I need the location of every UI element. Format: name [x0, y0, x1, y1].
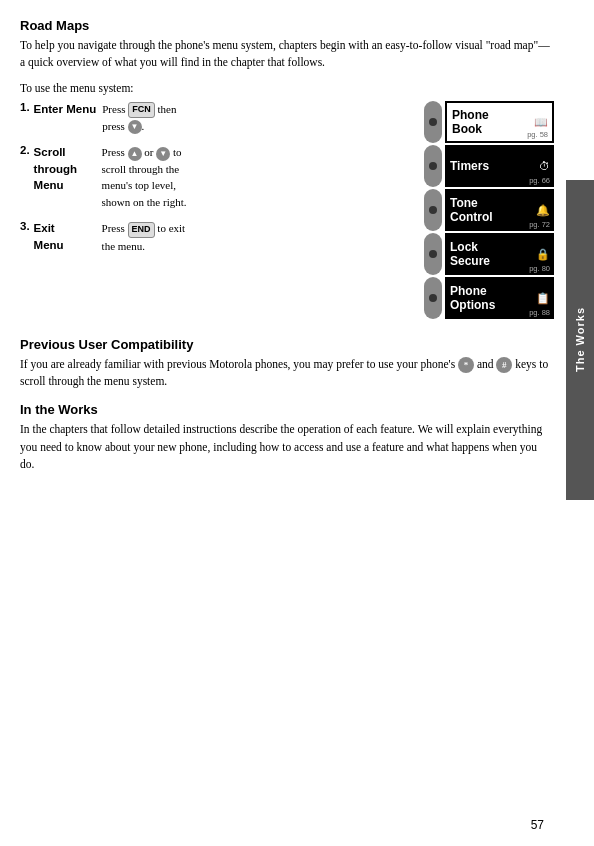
page-number: 57	[531, 818, 544, 832]
fcn-key[interactable]: FCN	[128, 102, 155, 118]
step-2: 2. ScrollthroughMenu Press ▲ or ▼ to scr…	[20, 144, 414, 210]
menu-box-timers: Timers ⏱ pg. 66	[445, 145, 554, 187]
tonecontrol-icon: 🔔	[536, 203, 550, 216]
phoneoptions-icon: 📋	[536, 291, 550, 304]
menu-bullet-5	[424, 277, 442, 319]
side-tab-label: The Works	[574, 307, 586, 372]
menu-box-phonebook: PhoneBook 📖 pg. 58	[445, 101, 554, 143]
phonebook-page: pg. 58	[527, 130, 548, 139]
step-1: 1. Enter Menu Press FCN then press ▼.	[20, 101, 414, 135]
menu-item-timers: Timers ⏱ pg. 66	[424, 145, 554, 187]
menu-intro: To use the menu system:	[20, 80, 554, 97]
phonebook-icon: 📖	[534, 115, 548, 128]
menu-box-locksecure: LockSecure 🔒 pg. 80	[445, 233, 554, 275]
down-key-1[interactable]: ▼	[128, 120, 142, 134]
page: The Works Road Maps To help you navigate…	[0, 0, 594, 846]
timers-title: Timers	[450, 159, 549, 173]
road-maps-paragraph: To help you navigate through the phone's…	[20, 37, 554, 72]
step-3-title: ExitMenu	[34, 220, 102, 254]
tonecontrol-page: pg. 72	[529, 220, 550, 229]
step-3: 3. ExitMenu Press END to exit the menu.	[20, 220, 414, 254]
menu-bullet-2	[424, 145, 442, 187]
prev-compat-section: Previous User Compatibility If you are a…	[20, 337, 554, 391]
steps-and-diagram: 1. Enter Menu Press FCN then press ▼. 2.…	[20, 101, 554, 321]
menu-bullet-3	[424, 189, 442, 231]
timers-page: pg. 66	[529, 176, 550, 185]
menu-diagram: PhoneBook 📖 pg. 58 Timers ⏱ pg. 66	[424, 101, 554, 321]
menu-bullet-1	[424, 101, 442, 143]
step-2-title: ScrollthroughMenu	[34, 144, 102, 210]
in-the-works-section: In the Works In the chapters that follow…	[20, 402, 554, 473]
menu-box-phoneoptions: PhoneOptions 📋 pg. 88	[445, 277, 554, 319]
steps-column: 1. Enter Menu Press FCN then press ▼. 2.…	[20, 101, 424, 321]
hash-key[interactable]: #	[496, 357, 512, 373]
step-1-desc: Press FCN then press ▼.	[102, 101, 414, 135]
side-tab: The Works	[566, 180, 594, 500]
step-3-number: 3.	[20, 220, 34, 254]
step-2-number: 2.	[20, 144, 34, 210]
in-the-works-title: In the Works	[20, 402, 554, 417]
menu-bullet-4	[424, 233, 442, 275]
road-maps-title: Road Maps	[20, 18, 554, 33]
step-3-desc: Press END to exit the menu.	[102, 220, 414, 254]
end-key[interactable]: END	[128, 222, 155, 238]
step-1-number: 1.	[20, 101, 34, 135]
main-content: Road Maps To help you navigate through t…	[20, 18, 554, 826]
menu-item-phonebook: PhoneBook 📖 pg. 58	[424, 101, 554, 143]
menu-item-tonecontrol: ToneControl 🔔 pg. 72	[424, 189, 554, 231]
menu-box-tonecontrol: ToneControl 🔔 pg. 72	[445, 189, 554, 231]
star-key[interactable]: *	[458, 357, 474, 373]
phoneoptions-page: pg. 88	[529, 308, 550, 317]
down-key-2[interactable]: ▼	[156, 147, 170, 161]
step-1-title: Enter Menu	[34, 101, 103, 135]
prev-compat-text: If you are already familiar with previou…	[20, 356, 554, 391]
up-key[interactable]: ▲	[128, 147, 142, 161]
prev-compat-title: Previous User Compatibility	[20, 337, 554, 352]
step-2-desc: Press ▲ or ▼ to scroll through the menu'…	[102, 144, 414, 210]
menu-item-locksecure: LockSecure 🔒 pg. 80	[424, 233, 554, 275]
timers-icon: ⏱	[539, 160, 550, 172]
locksecure-icon: 🔒	[536, 247, 550, 260]
locksecure-page: pg. 80	[529, 264, 550, 273]
in-the-works-text: In the chapters that follow detailed ins…	[20, 421, 554, 473]
menu-item-phoneoptions: PhoneOptions 📋 pg. 88	[424, 277, 554, 319]
